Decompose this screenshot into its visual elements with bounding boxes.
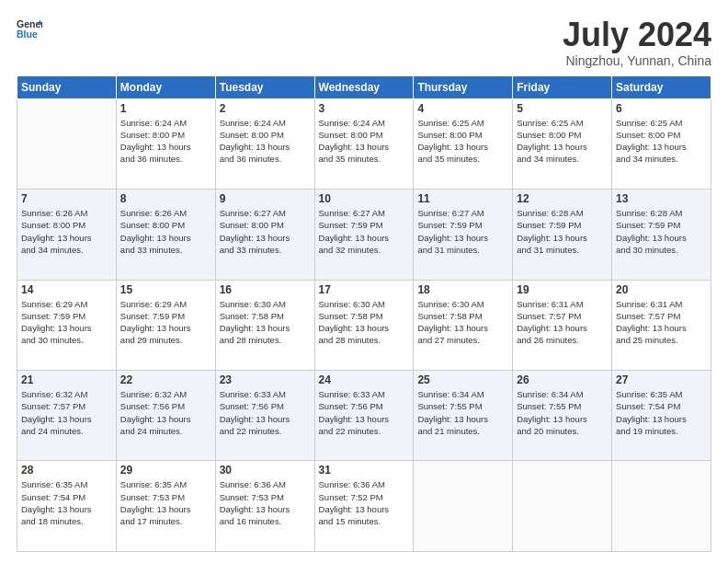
day-number: 4 <box>417 102 508 115</box>
calendar-header-row: Sunday Monday Tuesday Wednesday Thursday… <box>17 75 711 98</box>
table-row: 5Sunrise: 6:25 AMSunset: 8:00 PMDaylight… <box>513 98 612 189</box>
day-info: Sunrise: 6:28 AMSunset: 7:59 PMDaylight:… <box>517 207 608 256</box>
day-info: Sunrise: 6:33 AMSunset: 7:56 PMDaylight:… <box>319 388 410 437</box>
day-number: 19 <box>517 283 608 296</box>
day-info: Sunrise: 6:33 AMSunset: 7:56 PMDaylight:… <box>220 388 311 437</box>
day-info: Sunrise: 6:28 AMSunset: 7:59 PMDaylight:… <box>616 207 707 256</box>
table-row: 12Sunrise: 6:28 AMSunset: 7:59 PMDayligh… <box>513 190 612 280</box>
day-info: Sunrise: 6:34 AMSunset: 7:55 PMDaylight:… <box>417 388 508 437</box>
table-row: 16Sunrise: 6:30 AMSunset: 7:58 PMDayligh… <box>215 280 314 370</box>
table-row: 23Sunrise: 6:33 AMSunset: 7:56 PMDayligh… <box>215 371 314 461</box>
day-number: 23 <box>220 373 311 386</box>
day-info: Sunrise: 6:34 AMSunset: 7:55 PMDaylight:… <box>517 388 608 437</box>
day-info: Sunrise: 6:30 AMSunset: 7:58 PMDaylight:… <box>417 298 508 347</box>
day-info: Sunrise: 6:36 AMSunset: 7:52 PMDaylight:… <box>319 478 410 527</box>
calendar-week-row: 21Sunrise: 6:32 AMSunset: 7:57 PMDayligh… <box>17 371 711 461</box>
day-info: Sunrise: 6:31 AMSunset: 7:57 PMDaylight:… <box>517 298 608 347</box>
day-number: 14 <box>21 283 112 296</box>
calendar-week-row: 1Sunrise: 6:24 AMSunset: 8:00 PMDaylight… <box>17 98 711 189</box>
day-number: 28 <box>21 464 112 477</box>
day-number: 31 <box>319 464 410 477</box>
day-number: 11 <box>417 192 508 205</box>
day-info: Sunrise: 6:27 AMSunset: 8:00 PMDaylight:… <box>220 207 311 256</box>
table-row: 22Sunrise: 6:32 AMSunset: 7:56 PMDayligh… <box>116 371 215 461</box>
table-row: 29Sunrise: 6:35 AMSunset: 7:53 PMDayligh… <box>116 461 215 552</box>
day-info: Sunrise: 6:35 AMSunset: 7:54 PMDaylight:… <box>616 388 707 437</box>
table-row: 20Sunrise: 6:31 AMSunset: 7:57 PMDayligh… <box>612 280 711 370</box>
day-number: 13 <box>616 192 707 205</box>
day-number: 29 <box>120 464 211 477</box>
table-row <box>612 461 711 552</box>
table-row <box>513 461 612 552</box>
col-saturday: Saturday <box>612 75 711 98</box>
table-row: 25Sunrise: 6:34 AMSunset: 7:55 PMDayligh… <box>414 371 513 461</box>
table-row: 13Sunrise: 6:28 AMSunset: 7:59 PMDayligh… <box>612 190 711 280</box>
day-info: Sunrise: 6:30 AMSunset: 7:58 PMDaylight:… <box>220 298 311 347</box>
calendar-week-row: 7Sunrise: 6:26 AMSunset: 8:00 PMDaylight… <box>17 190 711 280</box>
day-info: Sunrise: 6:35 AMSunset: 7:54 PMDaylight:… <box>21 478 112 527</box>
day-info: Sunrise: 6:25 AMSunset: 8:00 PMDaylight:… <box>517 117 608 166</box>
day-number: 25 <box>417 373 508 386</box>
day-info: Sunrise: 6:24 AMSunset: 8:00 PMDaylight:… <box>319 117 410 166</box>
calendar-week-row: 28Sunrise: 6:35 AMSunset: 7:54 PMDayligh… <box>17 461 711 552</box>
table-row: 30Sunrise: 6:36 AMSunset: 7:53 PMDayligh… <box>215 461 314 552</box>
day-number: 30 <box>220 464 311 477</box>
table-row: 2Sunrise: 6:24 AMSunset: 8:00 PMDaylight… <box>215 98 314 189</box>
day-number: 22 <box>120 373 211 386</box>
day-number: 2 <box>220 102 311 115</box>
day-number: 17 <box>319 283 410 296</box>
month-title: July 2024 <box>563 17 711 53</box>
table-row: 8Sunrise: 6:26 AMSunset: 8:00 PMDaylight… <box>116 190 215 280</box>
day-number: 21 <box>21 373 112 386</box>
table-row: 6Sunrise: 6:25 AMSunset: 8:00 PMDaylight… <box>612 98 711 189</box>
day-info: Sunrise: 6:29 AMSunset: 7:59 PMDaylight:… <box>21 298 112 347</box>
table-row: 17Sunrise: 6:30 AMSunset: 7:58 PMDayligh… <box>314 280 414 370</box>
day-number: 9 <box>220 192 311 205</box>
table-row: 21Sunrise: 6:32 AMSunset: 7:57 PMDayligh… <box>17 371 117 461</box>
table-row: 26Sunrise: 6:34 AMSunset: 7:55 PMDayligh… <box>513 371 612 461</box>
table-row: 1Sunrise: 6:24 AMSunset: 8:00 PMDaylight… <box>116 98 215 189</box>
day-number: 20 <box>616 283 707 296</box>
svg-text:Blue: Blue <box>17 29 38 40</box>
day-number: 27 <box>616 373 707 386</box>
table-row: 7Sunrise: 6:26 AMSunset: 8:00 PMDaylight… <box>17 190 117 280</box>
col-thursday: Thursday <box>414 75 513 98</box>
logo: General Blue <box>17 17 42 42</box>
day-number: 15 <box>120 283 211 296</box>
col-tuesday: Tuesday <box>215 75 314 98</box>
day-number: 6 <box>616 102 707 115</box>
table-row <box>17 98 117 189</box>
day-number: 5 <box>517 102 608 115</box>
table-row: 27Sunrise: 6:35 AMSunset: 7:54 PMDayligh… <box>612 371 711 461</box>
day-info: Sunrise: 6:31 AMSunset: 7:57 PMDaylight:… <box>616 298 707 347</box>
calendar-week-row: 14Sunrise: 6:29 AMSunset: 7:59 PMDayligh… <box>17 280 711 370</box>
day-number: 10 <box>319 192 410 205</box>
col-sunday: Sunday <box>17 75 117 98</box>
table-row: 10Sunrise: 6:27 AMSunset: 7:59 PMDayligh… <box>314 190 414 280</box>
page: General Blue July 2024 Ningzhou, Yunnan,… <box>0 0 728 563</box>
day-number: 3 <box>319 102 410 115</box>
title-block: July 2024 Ningzhou, Yunnan, China <box>563 17 711 68</box>
day-info: Sunrise: 6:26 AMSunset: 8:00 PMDaylight:… <box>120 207 211 256</box>
table-row <box>414 461 513 552</box>
day-number: 24 <box>319 373 410 386</box>
table-row: 4Sunrise: 6:25 AMSunset: 8:00 PMDaylight… <box>414 98 513 189</box>
table-row: 18Sunrise: 6:30 AMSunset: 7:58 PMDayligh… <box>414 280 513 370</box>
day-number: 8 <box>120 192 211 205</box>
logo-icon: General Blue <box>17 17 42 42</box>
day-number: 1 <box>120 102 211 115</box>
table-row: 14Sunrise: 6:29 AMSunset: 7:59 PMDayligh… <box>17 280 117 370</box>
table-row: 9Sunrise: 6:27 AMSunset: 8:00 PMDaylight… <box>215 190 314 280</box>
day-number: 7 <box>21 192 112 205</box>
table-row: 31Sunrise: 6:36 AMSunset: 7:52 PMDayligh… <box>314 461 414 552</box>
day-info: Sunrise: 6:26 AMSunset: 8:00 PMDaylight:… <box>21 207 112 256</box>
col-wednesday: Wednesday <box>314 75 414 98</box>
day-info: Sunrise: 6:32 AMSunset: 7:57 PMDaylight:… <box>21 388 112 437</box>
day-info: Sunrise: 6:24 AMSunset: 8:00 PMDaylight:… <box>220 117 311 166</box>
day-info: Sunrise: 6:27 AMSunset: 7:59 PMDaylight:… <box>417 207 508 256</box>
table-row: 15Sunrise: 6:29 AMSunset: 7:59 PMDayligh… <box>116 280 215 370</box>
table-row: 19Sunrise: 6:31 AMSunset: 7:57 PMDayligh… <box>513 280 612 370</box>
table-row: 24Sunrise: 6:33 AMSunset: 7:56 PMDayligh… <box>314 371 414 461</box>
day-info: Sunrise: 6:24 AMSunset: 8:00 PMDaylight:… <box>120 117 211 166</box>
col-monday: Monday <box>116 75 215 98</box>
